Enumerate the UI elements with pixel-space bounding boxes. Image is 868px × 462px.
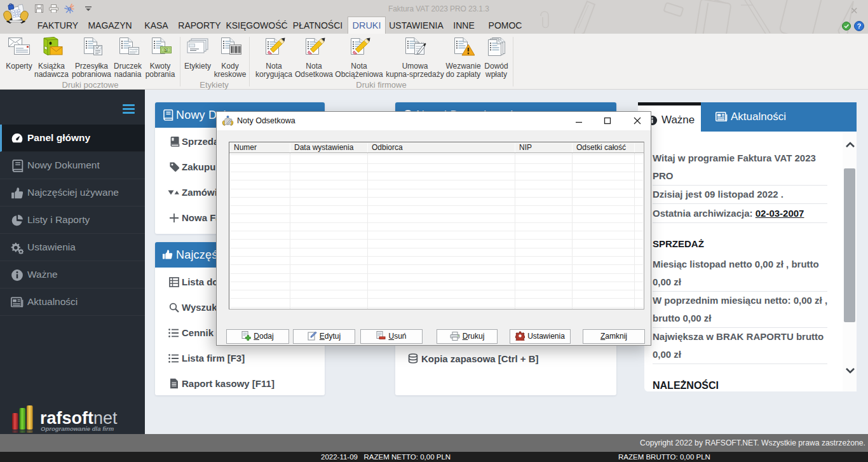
svg-text:?: ? — [857, 22, 862, 30]
svg-text:Oprogramowanie dla firm: Oprogramowanie dla firm — [41, 425, 114, 432]
